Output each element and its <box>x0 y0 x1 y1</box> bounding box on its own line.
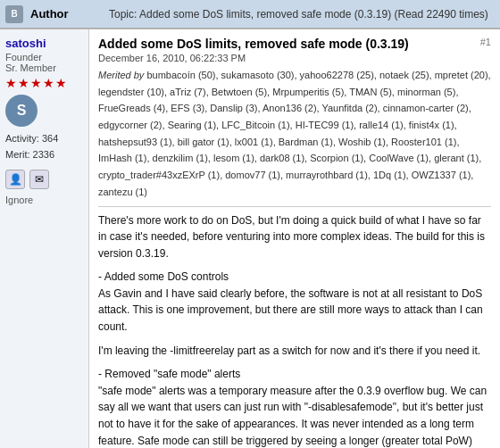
top-bar-topic: Topic: Added some DoS limits, removed sa… <box>109 8 488 21</box>
sidebar-role1: Founder <box>5 52 83 62</box>
top-bar: B Author Topic: Added some DoS limits, r… <box>0 0 500 29</box>
merited-by-label: Merited by <box>98 70 146 80</box>
sidebar-actions: 👤 ✉ <box>5 170 83 189</box>
merited-line: Merited by bumbacoín (50), sukamasoto (3… <box>98 67 491 201</box>
post-paragraph-2: - Added some DoS controlsAs Gavin and I … <box>98 269 491 335</box>
merited-list: bumbacoín (50), sukamasoto (30), yahoo62… <box>98 70 491 197</box>
sidebar-stars: ★★★★★ <box>5 76 83 90</box>
ignore-button[interactable]: Ignore <box>5 195 83 205</box>
post-paragraph-4: - Removed "safe mode" alerts"safe mode" … <box>98 366 491 448</box>
merit-label: Merit: <box>5 149 30 160</box>
message-icon[interactable]: ✉ <box>29 170 49 189</box>
top-bar-author-label: Author <box>30 7 102 21</box>
activity-label: Activity: <box>5 133 39 144</box>
post-area: Added some DoS limits, removed safe mode… <box>89 29 500 448</box>
post-paragraph-1: There's more work to do on DoS, but I'm … <box>98 212 491 262</box>
sidebar-role2: Sr. Member <box>5 62 83 73</box>
sidebar-username[interactable]: satoshi <box>5 37 83 50</box>
post-divider <box>98 206 491 207</box>
post-number: #1 <box>480 37 491 47</box>
user-icon[interactable]: 👤 <box>5 170 25 189</box>
post-paragraph-3: I'm leaving the -limitfreerelay part as … <box>98 343 491 360</box>
activity-value: 364 <box>42 133 58 144</box>
sidebar: satoshi Founder Sr. Member ★★★★★ S Activ… <box>0 29 89 448</box>
post-date: December 16, 2010, 06:22:33 PM <box>98 53 409 63</box>
sidebar-stats: Activity: 364 Merit: 2336 <box>5 131 83 162</box>
main-content: satoshi Founder Sr. Member ★★★★★ S Activ… <box>0 29 500 448</box>
post-body: There's more work to do on DoS, but I'm … <box>98 212 491 449</box>
merit-value: 2336 <box>33 149 54 160</box>
top-bar-icon: B <box>5 5 23 23</box>
post-title: Added some DoS limits, removed safe mode… <box>98 37 409 51</box>
avatar: S <box>5 95 38 127</box>
